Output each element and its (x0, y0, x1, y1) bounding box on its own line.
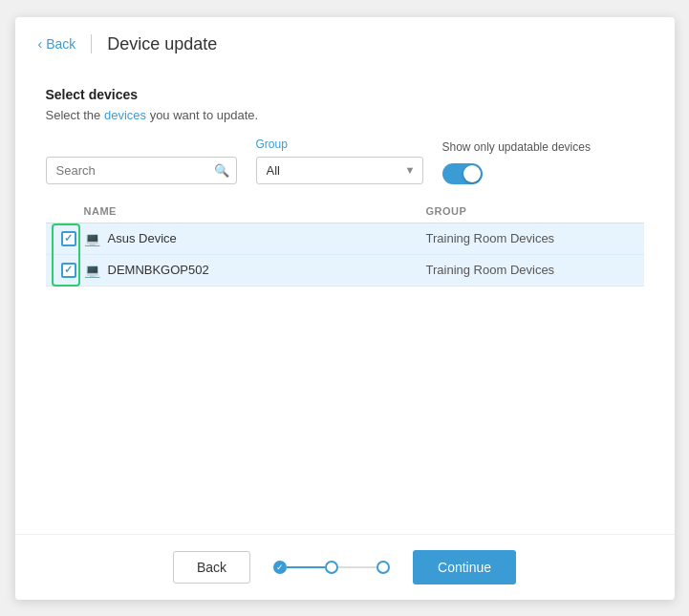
table-row: 💻 DEMNBKGOP502 Training Room Devices (46, 255, 644, 287)
row2-checkbox[interactable] (61, 263, 76, 278)
section-description: Select the devices you want to update. (46, 108, 644, 122)
row1-checkbox-wrap (54, 231, 84, 246)
desc-rest: you want to update. (146, 108, 258, 122)
row2-device-group: Training Room Devices (426, 263, 636, 277)
page-title: Device update (107, 34, 217, 54)
row2-device-icon: 💻 (84, 263, 100, 278)
step-2-dot (325, 561, 338, 574)
footer: Back Continue (15, 534, 675, 600)
group-label: Group (256, 138, 423, 151)
row1-device-icon: 💻 (84, 231, 100, 246)
footer-back-button[interactable]: Back (173, 551, 250, 584)
col-group-header: GROUP (426, 205, 636, 217)
updatable-toggle[interactable] (442, 163, 483, 184)
search-wrap: 🔍 (46, 157, 237, 184)
search-input[interactable] (46, 157, 237, 184)
device-table: NAME GROUP 💻 Asus Device Training Room D… (46, 200, 644, 519)
progress-steps (273, 561, 390, 574)
back-chevron-icon: ‹ (38, 36, 43, 52)
filters-row: 🔍 Group All Training Room Devices ▼ Show… (46, 138, 644, 184)
desc-static: Select the (46, 108, 104, 122)
group-filter: Group All Training Room Devices ▼ (256, 138, 423, 184)
content-area: Select devices Select the devices you wa… (15, 64, 675, 534)
step-line-2 (338, 566, 377, 568)
table-rows: 💻 Asus Device Training Room Devices 💻 DE… (46, 223, 644, 287)
row2-device-name: DEMNBKGOP502 (108, 263, 426, 277)
step-line-1 (287, 566, 325, 568)
desc-link[interactable]: devices (104, 108, 146, 122)
back-link[interactable]: ‹ Back (38, 36, 76, 52)
toggle-slider (442, 163, 483, 184)
section-title: Select devices (46, 87, 644, 102)
step-3-dot (377, 561, 390, 574)
back-link-label: Back (46, 36, 75, 52)
row2-checkbox-wrap (54, 263, 84, 278)
top-bar: ‹ Back Device update (15, 17, 675, 64)
continue-button[interactable]: Continue (413, 550, 516, 584)
col-name-header: NAME (84, 205, 426, 217)
header-divider (91, 34, 92, 53)
toggle-label: Show only updatable devices (442, 140, 591, 154)
table-header: NAME GROUP (46, 200, 644, 223)
row1-device-name: Asus Device (108, 231, 426, 245)
step-1-dot (273, 561, 287, 574)
main-window: ‹ Back Device update Select devices Sele… (15, 17, 675, 600)
group-select[interactable]: All Training Room Devices (256, 157, 423, 184)
group-select-wrap: All Training Room Devices ▼ (256, 157, 423, 184)
row1-device-group: Training Room Devices (426, 231, 636, 245)
toggle-group: Show only updatable devices (442, 140, 591, 184)
table-row: 💻 Asus Device Training Room Devices (46, 223, 644, 255)
row1-checkbox[interactable] (61, 231, 76, 246)
